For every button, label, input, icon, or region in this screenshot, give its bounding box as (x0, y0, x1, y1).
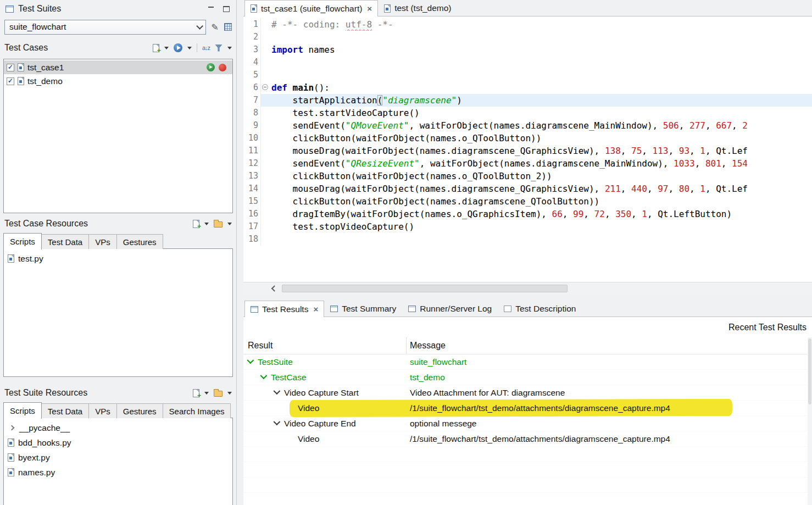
resource-tab[interactable]: Search Images (163, 403, 231, 418)
fold-collapse-icon[interactable] (262, 84, 268, 90)
new-resource-icon[interactable] (193, 389, 199, 397)
resource-tab[interactable]: Gestures (116, 403, 163, 418)
run-test-icon[interactable] (207, 63, 215, 71)
code-line[interactable]: 7 startApplication("diagramscene") (243, 94, 812, 107)
test-case-row[interactable]: tst_case1 (4, 60, 232, 74)
run-menu-icon[interactable] (187, 47, 192, 49)
code-line[interactable]: 18 (243, 233, 812, 246)
chevron-down-icon[interactable] (260, 372, 268, 379)
close-tab-icon[interactable] (313, 305, 318, 313)
new-resource-icon[interactable] (193, 220, 199, 228)
editor-tab-label: tst_case1 (suite_flowchart) (261, 4, 362, 14)
results-tab[interactable]: Test Description (498, 301, 582, 317)
message-label: /1/suite_flowchart/tst_demo/attachments/… (410, 403, 670, 413)
open-folder-icon[interactable] (214, 391, 223, 397)
code-line[interactable]: 17 test.stopVideoCapture() (243, 220, 812, 233)
file-row[interactable]: bdd_hooks.py (4, 435, 232, 450)
file-row[interactable]: __pycache__ (4, 420, 232, 435)
resource-tab[interactable]: VPs (88, 403, 117, 418)
test-case-checkbox[interactable] (7, 77, 14, 85)
suite-settings-icon[interactable] (224, 23, 232, 31)
run-testsuite-icon[interactable] (174, 43, 182, 52)
code-line[interactable]: 6 def main(): (243, 81, 812, 94)
column-header-message[interactable]: Message (407, 341, 812, 351)
code-line[interactable]: 2 (243, 31, 812, 43)
fold-column (261, 195, 270, 208)
recent-test-results-label[interactable]: Recent Test Results (728, 323, 807, 332)
view-menu-icon[interactable] (227, 47, 232, 49)
resource-tab-label: Search Images (169, 407, 225, 416)
code-line[interactable]: 12 sendEvent("QResizeEvent", waitForObje… (243, 157, 812, 170)
code-line[interactable]: 3 import names (243, 43, 812, 56)
code-line[interactable]: 14 mouseDrag(waitForObject(names.diagram… (243, 182, 812, 195)
resource-tab[interactable]: Scripts (3, 233, 42, 249)
sort-icon[interactable]: a↓z (202, 45, 210, 51)
folder-menu-icon[interactable] (227, 392, 232, 395)
open-folder-icon[interactable] (214, 221, 223, 227)
code-line[interactable]: 8 test.startVideoCapture() (243, 107, 812, 119)
new-testcase-icon[interactable] (153, 44, 159, 52)
filter-icon[interactable] (215, 45, 223, 52)
new-resource-menu-icon[interactable] (204, 223, 209, 225)
code-line[interactable]: 5 (243, 69, 812, 81)
code-line[interactable]: 9 sendEvent("QMoveEvent", waitForObject(… (243, 119, 812, 132)
scrollbar-thumb[interactable] (282, 285, 568, 292)
code-line[interactable]: 10 clickButton(waitForObject(names.o_QTo… (243, 132, 812, 145)
code-line[interactable]: 11 mouseDrag(waitForObject(names.diagram… (243, 145, 812, 157)
chevron-down-icon[interactable] (247, 357, 254, 364)
code-line[interactable]: 4 (243, 56, 812, 69)
close-tab-icon[interactable] (367, 4, 372, 13)
folder-menu-icon[interactable] (227, 223, 232, 225)
column-header-result[interactable]: Result (243, 337, 407, 354)
result-row[interactable]: Video /1/suite_flowchart/tst_demo/attach… (243, 431, 812, 447)
chevron-down-icon[interactable] (196, 23, 203, 30)
code-line[interactable]: 13 clickButton(waitForObject(names.o_QTo… (243, 170, 812, 182)
results-tab[interactable]: Test Summary (324, 301, 402, 317)
results-tabbar: Test Results Test Summary Runner/Server … (243, 301, 812, 317)
file-row[interactable]: byext.py (4, 450, 232, 465)
file-name: test.py (18, 254, 43, 264)
minimize-view-icon[interactable] (208, 6, 214, 12)
file-row[interactable]: test.py (4, 251, 232, 266)
code-line[interactable]: 15 clickButton(waitForObject(names.diagr… (243, 195, 812, 208)
result-row[interactable]: TestSuite suite_flowchart (243, 354, 812, 370)
editor-horizontal-scrollbar[interactable] (243, 282, 812, 294)
file-row[interactable]: names.py (4, 465, 232, 480)
test-suites-icon (5, 5, 14, 13)
resource-tab[interactable]: VPs (88, 234, 117, 249)
result-row[interactable]: Video Capture Start Video Attachment for… (243, 385, 812, 401)
new-testcase-menu-icon[interactable] (164, 47, 169, 49)
code-editor[interactable]: 1 # -*- coding: utf-8 -*- 2 3 import nam… (243, 16, 812, 282)
test-case-row[interactable]: tst_demo (4, 74, 232, 88)
maximize-view-icon[interactable] (223, 6, 230, 12)
result-row[interactable]: TestCase tst_demo (243, 370, 812, 385)
results-tab[interactable]: Test Results (244, 301, 324, 317)
chevron-down-icon[interactable] (274, 418, 281, 425)
code-line[interactable]: 16 dragItemBy(waitForObject(names.o_QGra… (243, 208, 812, 220)
resource-tab[interactable]: Scripts (3, 402, 42, 419)
chevron-down-icon[interactable] (274, 387, 281, 395)
expander-right-icon[interactable] (9, 425, 15, 431)
test-suite-resources-tabs: Scripts Test Data VPs Gestures Search Im… (3, 402, 233, 418)
record-test-icon[interactable] (219, 64, 226, 71)
suite-select[interactable]: suite_flowchart (4, 20, 206, 35)
resource-tab[interactable]: Test Data (41, 403, 89, 418)
resource-tab[interactable]: Gestures (116, 234, 163, 249)
edit-suite-icon[interactable] (212, 22, 219, 32)
test-case-resources-tabs: Scripts Test Data VPs Gestures (3, 232, 233, 249)
fold-column (261, 18, 270, 31)
code-text: dragItemBy(waitForObject(names.o_QGraphi… (270, 208, 812, 220)
result-row[interactable]: Video Capture End optional messege (243, 416, 812, 431)
scroll-left-icon[interactable] (269, 284, 279, 293)
test-case-resource-files: test.py (3, 248, 233, 377)
resource-tab[interactable]: Test Data (41, 234, 89, 249)
new-resource-menu-icon[interactable] (204, 392, 209, 395)
editor-tab[interactable]: tst_case1 (suite_flowchart) (244, 0, 378, 16)
message-cell: Video Attachment for AUT: diagramscene (407, 388, 812, 398)
results-tab[interactable]: Runner/Server Log (402, 301, 498, 317)
editor-tab[interactable]: test (tst_demo) (378, 0, 457, 16)
test-case-checkbox[interactable] (7, 64, 14, 71)
code-line[interactable]: 1 # -*- coding: utf-8 -*- (243, 18, 812, 31)
sash[interactable] (243, 294, 812, 301)
result-row[interactable]: Video /1/suite_flowchart/tst_demo/attach… (243, 401, 812, 416)
